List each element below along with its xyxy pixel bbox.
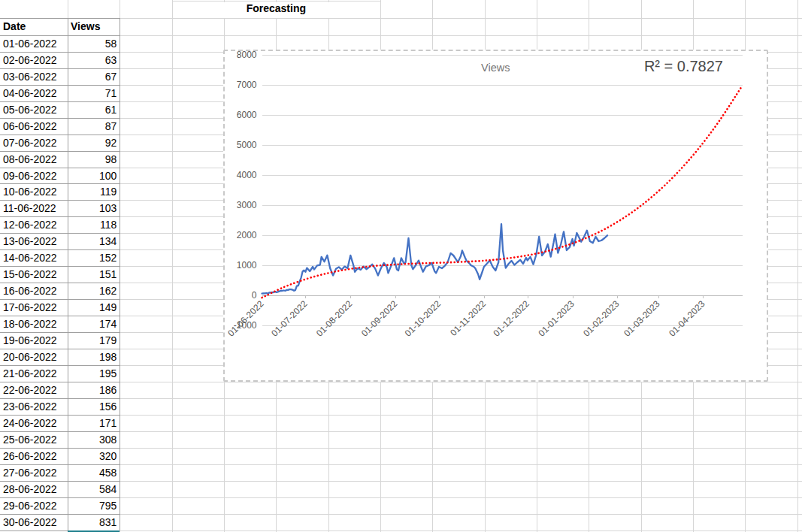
views-cell[interactable]: 308 <box>68 431 117 448</box>
y-axis-label: 0 <box>251 290 256 301</box>
date-cell[interactable]: 11-06-2022 <box>3 200 66 216</box>
date-cell[interactable]: 17-06-2022 <box>3 299 66 316</box>
date-cell[interactable]: 20-06-2022 <box>3 349 66 365</box>
views-cell[interactable]: 186 <box>68 382 117 398</box>
views-cell[interactable]: 98 <box>68 151 117 168</box>
views-cell[interactable]: 584 <box>68 481 117 497</box>
views-cell[interactable]: 171 <box>68 415 117 431</box>
views-cell[interactable]: 320 <box>68 448 117 464</box>
views-header[interactable]: Views <box>71 18 117 35</box>
views-cell[interactable]: 195 <box>68 365 117 382</box>
views-cell[interactable]: 458 <box>68 464 117 481</box>
date-cell[interactable]: 09-06-2022 <box>3 168 66 184</box>
date-cell[interactable]: 16-06-2022 <box>3 283 66 299</box>
x-axis-label: 01-12-2022 <box>491 298 531 339</box>
sheet-title: Forecasting <box>247 2 306 14</box>
x-axis-label: 01-03-2023 <box>622 298 662 339</box>
date-cell[interactable]: 04-06-2022 <box>3 85 66 101</box>
x-axis-label: 01-10-2022 <box>402 298 443 339</box>
views-cell[interactable]: 63 <box>68 52 117 68</box>
y-axis-label: 4000 <box>236 170 256 180</box>
date-cell[interactable]: 07-06-2022 <box>3 135 66 151</box>
date-cell[interactable]: 05-06-2022 <box>3 101 66 118</box>
sheet-title-cell[interactable]: Forecasting <box>172 0 380 18</box>
views-cell[interactable]: 103 <box>68 200 117 216</box>
date-cell[interactable]: 06-06-2022 <box>3 118 66 135</box>
y-axis-label: 2000 <box>236 230 256 240</box>
date-cell[interactable]: 24-06-2022 <box>3 415 66 431</box>
date-cell[interactable]: 03-06-2022 <box>3 68 66 85</box>
date-cell[interactable]: 01-06-2022 <box>3 35 66 52</box>
views-cell[interactable]: 134 <box>68 233 117 249</box>
x-axis-label: 01-09-2022 <box>359 298 399 339</box>
y-axis-label: 5000 <box>236 140 256 150</box>
date-cell[interactable]: 28-06-2022 <box>3 481 66 497</box>
views-cell[interactable]: 61 <box>68 101 117 118</box>
date-cell[interactable]: 13-06-2022 <box>3 233 66 249</box>
date-cell[interactable]: 22-06-2022 <box>3 382 66 398</box>
date-cell[interactable]: 12-06-2022 <box>3 216 66 233</box>
date-cell[interactable]: 23-06-2022 <box>3 398 66 415</box>
date-cell[interactable]: 26-06-2022 <box>3 448 66 464</box>
y-axis-label: 3000 <box>236 200 256 210</box>
y-axis-label: 6000 <box>236 110 256 120</box>
date-cell[interactable]: 29-06-2022 <box>3 497 66 514</box>
y-axis-label: 8000 <box>236 51 256 60</box>
views-cell[interactable]: 149 <box>68 299 117 316</box>
views-cell[interactable]: 58 <box>68 35 117 52</box>
date-cell[interactable]: 02-06-2022 <box>3 52 66 68</box>
spreadsheet: Forecasting DateViews01-06-20225802-06-2… <box>0 0 802 532</box>
views-cell[interactable]: 92 <box>68 135 117 151</box>
date-cell[interactable]: 10-06-2022 <box>3 183 66 200</box>
views-cell[interactable]: 152 <box>68 249 117 266</box>
views-chart[interactable]: -100001000200030004000500060007000800001… <box>223 50 769 382</box>
date-cell[interactable]: 21-06-2022 <box>3 365 66 382</box>
date-cell[interactable]: 18-06-2022 <box>3 316 66 332</box>
date-cell[interactable]: 14-06-2022 <box>3 249 66 266</box>
date-cell[interactable]: 19-06-2022 <box>3 332 66 349</box>
views-cell[interactable]: 795 <box>68 497 117 514</box>
views-cell[interactable]: 151 <box>68 266 117 283</box>
views-cell[interactable]: 67 <box>68 68 117 85</box>
chart-plot-area: -100001000200030004000500060007000800001… <box>225 51 767 380</box>
r-squared-label: R² = 0.7827 <box>644 58 723 75</box>
date-cell[interactable]: 08-06-2022 <box>3 151 66 168</box>
x-axis-label: 01-08-2022 <box>314 298 355 339</box>
date-cell[interactable]: 27-06-2022 <box>3 464 66 481</box>
trendline-dotted[interactable] <box>262 88 740 298</box>
views-cell[interactable]: 156 <box>68 398 117 415</box>
y-axis-label: 1000 <box>236 260 256 271</box>
views-cell[interactable]: 174 <box>68 316 117 332</box>
date-header[interactable]: Date <box>3 18 66 35</box>
views-cell[interactable]: 119 <box>68 183 117 200</box>
views-cell[interactable]: 71 <box>68 85 117 101</box>
y-axis-label: 7000 <box>236 80 256 90</box>
date-cell[interactable]: 15-06-2022 <box>3 266 66 283</box>
x-axis-label: 01-01-2023 <box>536 298 577 339</box>
x-axis-label: 01-06-2022 <box>225 298 266 339</box>
views-series-line[interactable] <box>262 224 607 294</box>
views-cell[interactable]: 118 <box>68 216 117 233</box>
views-cell[interactable]: 100 <box>68 168 117 184</box>
x-axis-label: 01-07-2022 <box>269 298 310 339</box>
views-cell[interactable]: 198 <box>68 349 117 365</box>
date-cell[interactable]: 30-06-2022 <box>3 514 66 530</box>
x-axis-label: 01-04-2023 <box>667 298 707 339</box>
views-cell[interactable]: 87 <box>68 118 117 135</box>
views-cell[interactable]: 162 <box>68 283 117 299</box>
views-cell[interactable]: 831 <box>68 514 117 530</box>
views-cell[interactable]: 179 <box>68 332 117 349</box>
x-axis-label: 01-02-2023 <box>581 298 622 339</box>
x-axis-label: 01-11-2022 <box>448 298 488 338</box>
date-cell[interactable]: 25-06-2022 <box>3 431 66 448</box>
